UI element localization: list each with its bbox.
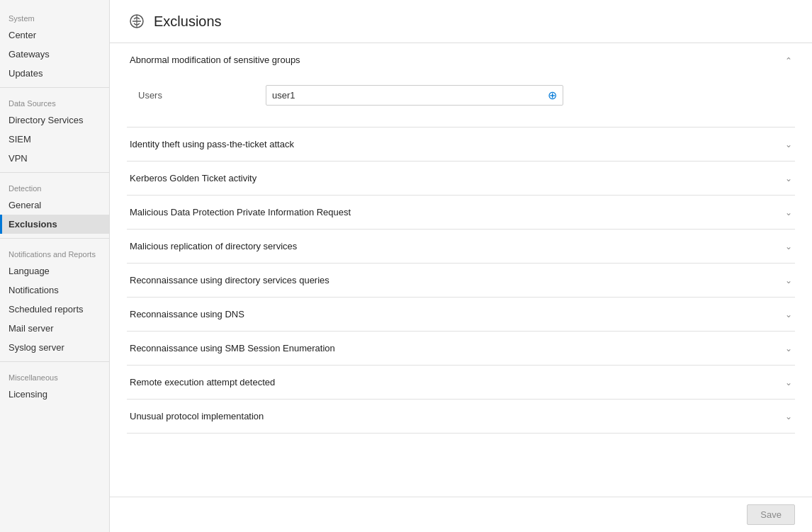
accordion-header-malicious-replication[interactable]: Malicious replication of directory servi…	[127, 230, 795, 263]
accordion-header-remote-execution[interactable]: Remote execution attempt detected⌄	[127, 366, 795, 399]
main-content: Exclusions Abnormal modification of sens…	[110, 0, 812, 532]
accordion-item-remote-execution: Remote execution attempt detected⌄	[127, 366, 795, 400]
accordion-header-recon-dns[interactable]: Reconnaissance using DNS⌄	[127, 298, 795, 331]
footer: Save	[110, 497, 812, 532]
sidebar-divider	[0, 172, 109, 173]
chevron-remote-execution: ⌄	[785, 378, 792, 387]
accordion-title-malicious-data: Malicious Data Protection Private Inform…	[130, 207, 351, 217]
chevron-malicious-data: ⌄	[785, 208, 792, 217]
sidebar-item-general[interactable]: General	[0, 196, 109, 215]
accordion-header-malicious-data[interactable]: Malicious Data Protection Private Inform…	[127, 196, 795, 229]
sidebar-divider	[0, 238, 109, 239]
chevron-identity-theft: ⌄	[785, 140, 792, 149]
sidebar-item-directory-services[interactable]: Directory Services	[0, 111, 109, 130]
accordion-item-recon-directory: Reconnaissance using directory services …	[127, 264, 795, 298]
exclusions-icon	[127, 11, 147, 31]
sidebar-divider	[0, 361, 109, 362]
accordion-item-malicious-data: Malicious Data Protection Private Inform…	[127, 196, 795, 230]
accordion-container: Abnormal modification of sensitive group…	[110, 43, 812, 532]
field-row-users: Users⊕	[138, 85, 784, 106]
accordion-header-recon-directory[interactable]: Reconnaissance using directory services …	[127, 264, 795, 297]
save-button[interactable]: Save	[747, 504, 795, 525]
sidebar-divider	[0, 87, 109, 88]
accordion-title-recon-dns: Reconnaissance using DNS	[130, 309, 244, 319]
sidebar-item-mail-server[interactable]: Mail server	[0, 319, 109, 338]
sidebar-item-siem[interactable]: SIEM	[0, 130, 109, 149]
sidebar-section-1: Data Sources	[0, 92, 109, 111]
accordion-header-recon-smb[interactable]: Reconnaissance using SMB Session Enumera…	[127, 332, 795, 365]
chevron-malicious-replication: ⌄	[785, 242, 792, 251]
sidebar-item-center[interactable]: Center	[0, 26, 109, 45]
sidebar-item-scheduled-reports[interactable]: Scheduled reports	[0, 300, 109, 319]
accordion-item-kerberos-golden: Kerberos Golden Ticket activity⌄	[127, 162, 795, 196]
accordion-item-malicious-replication: Malicious replication of directory servi…	[127, 230, 795, 264]
accordion-header-identity-theft[interactable]: Identity theft using pass-the-ticket att…	[127, 128, 795, 161]
page-header: Exclusions	[110, 0, 812, 43]
sidebar-item-updates[interactable]: Updates	[0, 64, 109, 83]
accordion-title-recon-directory: Reconnaissance using directory services …	[130, 275, 329, 285]
accordion-item-recon-dns: Reconnaissance using DNS⌄	[127, 298, 795, 332]
sidebar-section-3: Notifications and Reports	[0, 243, 109, 261]
chevron-unusual-protocol: ⌄	[785, 412, 792, 421]
field-label: Users	[138, 90, 266, 101]
accordion-item-identity-theft: Identity theft using pass-the-ticket att…	[127, 128, 795, 162]
sidebar-item-language[interactable]: Language	[0, 261, 109, 281]
sidebar-section-0: System	[0, 7, 109, 26]
sidebar-item-exclusions[interactable]: Exclusions	[0, 215, 109, 234]
accordion-header-abnormal-modification[interactable]: Abnormal modification of sensitive group…	[127, 43, 795, 77]
accordion-item-abnormal-modification: Abnormal modification of sensitive group…	[127, 43, 795, 128]
sidebar-section-2: Detection	[0, 177, 109, 196]
chevron-recon-directory: ⌄	[785, 276, 792, 285]
accordion-title-remote-execution: Remote execution attempt detected	[130, 377, 275, 387]
accordion-title-recon-smb: Reconnaissance using SMB Session Enumera…	[130, 343, 335, 353]
accordion-title-identity-theft: Identity theft using pass-the-ticket att…	[130, 139, 294, 149]
sidebar-item-licensing[interactable]: Licensing	[0, 385, 109, 404]
sidebar-item-notifications[interactable]: Notifications	[0, 281, 109, 300]
accordion-title-malicious-replication: Malicious replication of directory servi…	[130, 241, 297, 251]
accordion-header-unusual-protocol[interactable]: Unusual protocol implementation⌄	[127, 400, 795, 433]
chevron-recon-smb: ⌄	[785, 344, 792, 353]
chevron-abnormal-modification: ⌄	[785, 55, 792, 65]
accordion-body-abnormal-modification: Users⊕	[127, 77, 795, 127]
sidebar: SystemCenterGatewaysUpdatesData SourcesD…	[0, 0, 110, 532]
accordion-item-recon-smb: Reconnaissance using SMB Session Enumera…	[127, 332, 795, 366]
sidebar-item-syslog-server[interactable]: Syslog server	[0, 338, 109, 357]
add-user-button[interactable]: ⊕	[548, 89, 557, 102]
accordion-item-unusual-protocol: Unusual protocol implementation⌄	[127, 400, 795, 434]
page-title: Exclusions	[154, 13, 222, 30]
sidebar-item-vpn[interactable]: VPN	[0, 149, 109, 168]
sidebar-section-4: Miscellaneous	[0, 366, 109, 385]
accordion-title-abnormal-modification: Abnormal modification of sensitive group…	[130, 55, 300, 65]
accordion-title-unusual-protocol: Unusual protocol implementation	[130, 411, 264, 421]
chevron-recon-dns: ⌄	[785, 310, 792, 319]
accordion-header-kerberos-golden[interactable]: Kerberos Golden Ticket activity⌄	[127, 162, 795, 195]
accordion-title-kerberos-golden: Kerberos Golden Ticket activity	[130, 173, 256, 183]
users-input[interactable]	[272, 90, 543, 101]
chevron-kerberos-golden: ⌄	[785, 174, 792, 183]
sidebar-item-gateways[interactable]: Gateways	[0, 45, 109, 64]
field-input-wrap: ⊕	[266, 85, 563, 106]
